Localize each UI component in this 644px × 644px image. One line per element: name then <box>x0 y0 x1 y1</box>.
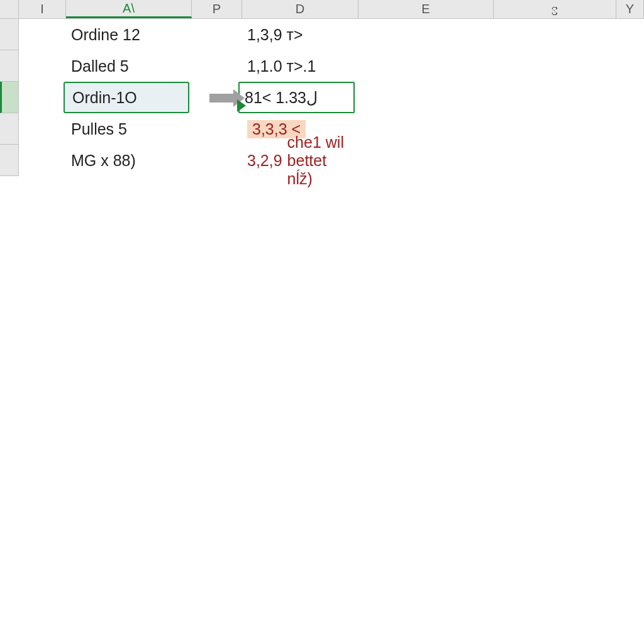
trace-arrow-icon <box>209 87 253 109</box>
selected-cell-A[interactable]: Ordin-1O <box>64 82 189 113</box>
column-header-I[interactable]: I <box>19 0 66 18</box>
cell-value-extra: che1 wil bettet nĺž) <box>287 133 353 188</box>
column-header-P[interactable]: P <box>192 0 242 18</box>
cell[interactable] <box>19 145 66 176</box>
cell[interactable]: MG x 88) <box>66 145 192 176</box>
row-header-2[interactable] <box>0 50 18 82</box>
column-headers: I A\ P D E ჽ Y <box>0 0 644 19</box>
column-header-S[interactable]: ჽ <box>494 0 616 18</box>
select-all-corner[interactable] <box>0 0 19 18</box>
column-header-D[interactable]: D <box>242 0 358 18</box>
row-header-1[interactable] <box>0 19 18 50</box>
cell[interactable]: 1,3,9 т> <box>242 19 358 50</box>
cell[interactable]: 1,1.0 т>.1 <box>242 50 358 82</box>
table-row: MG x 88) 3,2,9 che1 wil bettet nĺž) <box>19 145 644 176</box>
cell[interactable]: Pulles 5 <box>66 113 192 145</box>
table-row: Ordine 12 1,3,9 т> <box>19 19 644 50</box>
row-header-3[interactable] <box>0 82 18 113</box>
selected-cell-D[interactable]: ل1.33 >81 <box>238 82 355 113</box>
cell[interactable]: Dalled 5 <box>66 50 192 82</box>
cell-value: 3,2,9 <box>247 152 282 170</box>
row-header-4[interactable] <box>0 113 18 145</box>
cell[interactable]: Ordine 12 <box>66 19 192 50</box>
row-headers <box>0 19 19 176</box>
cell[interactable] <box>192 19 242 50</box>
cell[interactable] <box>19 113 66 145</box>
cell[interactable] <box>19 82 66 113</box>
column-header-E[interactable]: E <box>358 0 494 18</box>
table-row: Ordin-1O ل1.33 >81 <box>19 82 644 113</box>
cell[interactable] <box>19 19 66 50</box>
cell[interactable] <box>192 145 242 176</box>
row-header-5[interactable] <box>0 145 18 176</box>
cell[interactable] <box>192 113 242 145</box>
cell[interactable] <box>192 50 242 82</box>
column-header-Y[interactable]: Y <box>616 0 644 18</box>
cell[interactable]: 3,2,9 che1 wil bettet nĺž) <box>242 145 358 176</box>
table-row: Dalled 5 1,1.0 т>.1 <box>19 50 644 82</box>
cells-area[interactable]: Ordine 12 1,3,9 т> Dalled 5 1,1.0 т>.1 O… <box>19 19 644 176</box>
column-header-A[interactable]: A\ <box>66 0 192 18</box>
grid-body: Ordine 12 1,3,9 т> Dalled 5 1,1.0 т>.1 O… <box>0 19 644 176</box>
cell[interactable] <box>19 50 66 82</box>
